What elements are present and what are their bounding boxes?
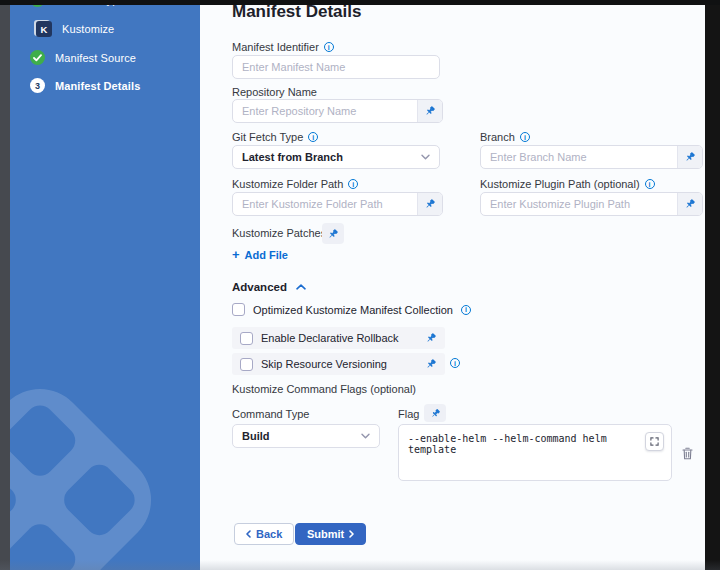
kustomize-plugin-path-label: Kustomize Plugin Path (optional) i xyxy=(480,178,655,190)
git-fetch-type-select[interactable]: Latest from Branch xyxy=(232,145,440,169)
branch-field xyxy=(480,145,703,169)
manifest-details-form: Manifest Details Manifest Identifier i R… xyxy=(200,5,705,570)
info-icon[interactable]: i xyxy=(461,305,471,315)
kustomize-plugin-path-field xyxy=(480,192,703,216)
command-type-label: Command Type xyxy=(232,408,309,420)
sidebar-item-label: Manifest Source xyxy=(55,52,136,64)
submit-button[interactable]: Submit xyxy=(295,523,366,545)
sidebar-item-label: Kustomize xyxy=(62,23,114,35)
declarative-rollback-row: Enable Declarative Rollback xyxy=(232,327,445,349)
repository-name-field xyxy=(232,99,443,123)
harness-watermark-logo xyxy=(10,350,190,570)
back-button[interactable]: Back xyxy=(234,523,294,545)
sidebar-item-label: Manifest Details xyxy=(55,80,140,92)
step-sidebar: Manifest Type K Kustomize Manifest Sourc… xyxy=(10,0,200,570)
background-page-edge xyxy=(0,0,10,570)
repository-name-input[interactable] xyxy=(233,100,417,122)
info-icon[interactable]: i xyxy=(324,42,334,52)
flag-field: --enable-helm --helm-command helm templa… xyxy=(398,424,672,481)
plus-icon: + xyxy=(232,248,240,261)
pin-icon xyxy=(327,228,339,240)
window-bottom-shadow xyxy=(0,560,720,570)
pin-icon[interactable] xyxy=(425,358,437,370)
flag-textarea[interactable]: --enable-helm --helm-command helm templa… xyxy=(399,425,671,480)
flag-label: Flag xyxy=(398,408,419,420)
trash-icon xyxy=(682,447,693,460)
skip-versioning-row: Skip Resource Versioning xyxy=(232,353,445,375)
chevron-right-icon xyxy=(349,530,354,538)
pin-icon xyxy=(430,408,441,419)
page-title: Manifest Details xyxy=(232,2,361,22)
runtime-input-pin-icon[interactable] xyxy=(417,100,442,122)
skip-versioning-checkbox[interactable] xyxy=(240,358,253,371)
info-icon[interactable]: i xyxy=(308,132,318,142)
window-right-edge xyxy=(705,0,720,570)
sidebar-item-manifest-source[interactable]: Manifest Source xyxy=(30,50,136,65)
command-flags-section-label: Kustomize Command Flags (optional) xyxy=(232,383,416,395)
declarative-rollback-checkbox[interactable] xyxy=(240,332,253,345)
branch-input[interactable] xyxy=(481,146,677,168)
manifest-details-drawer: Manifest Type K Kustomize Manifest Sourc… xyxy=(0,0,720,570)
manifest-identifier-field xyxy=(232,55,440,79)
kustomize-folder-path-input[interactable] xyxy=(233,193,417,215)
pin-icon[interactable] xyxy=(425,332,437,344)
chevron-down-icon xyxy=(421,154,430,160)
manifest-identifier-input[interactable] xyxy=(233,56,439,78)
info-icon[interactable]: i xyxy=(450,358,460,368)
command-type-select[interactable]: Build xyxy=(232,424,380,448)
repository-name-label: Repository Name xyxy=(232,86,317,98)
optimized-collection-row: Optimized Kustomize Manifest Collection … xyxy=(232,303,471,316)
runtime-input-pin-icon[interactable] xyxy=(677,146,702,168)
step-complete-icon xyxy=(30,50,45,65)
add-file-button[interactable]: + Add File xyxy=(232,248,288,261)
sidebar-item-kustomize[interactable]: K Kustomize xyxy=(36,21,114,37)
chevron-left-icon xyxy=(246,530,251,538)
expand-icon xyxy=(650,437,659,446)
kustomize-plugin-path-input[interactable] xyxy=(481,193,677,215)
sidebar-item-manifest-details[interactable]: 3 Manifest Details xyxy=(30,78,140,93)
info-icon[interactable]: i xyxy=(645,179,655,189)
runtime-input-pin-icon[interactable] xyxy=(417,193,442,215)
branch-label: Branch i xyxy=(480,131,530,143)
advanced-section-toggle[interactable]: Advanced xyxy=(232,281,306,293)
info-icon[interactable]: i xyxy=(348,179,358,189)
flag-pin-button[interactable] xyxy=(424,404,446,422)
delete-flag-button[interactable] xyxy=(682,447,693,460)
step-number-badge: 3 xyxy=(30,78,45,93)
kustomize-icon: K xyxy=(36,21,52,37)
chevron-down-icon xyxy=(361,433,370,439)
git-fetch-type-label: Git Fetch Type i xyxy=(232,131,318,143)
kustomize-folder-path-field xyxy=(232,192,443,216)
optimized-collection-checkbox[interactable] xyxy=(232,303,245,316)
manifest-identifier-label: Manifest Identifier i xyxy=(232,41,334,53)
chevron-up-icon xyxy=(296,284,306,290)
window-top-edge xyxy=(0,0,720,5)
info-icon[interactable]: i xyxy=(520,132,530,142)
expand-editor-button[interactable] xyxy=(645,432,664,451)
runtime-input-pin-icon[interactable] xyxy=(677,193,702,215)
kustomize-folder-path-label: Kustomize Folder Path i xyxy=(232,178,358,190)
patches-pin-button[interactable] xyxy=(322,223,344,244)
